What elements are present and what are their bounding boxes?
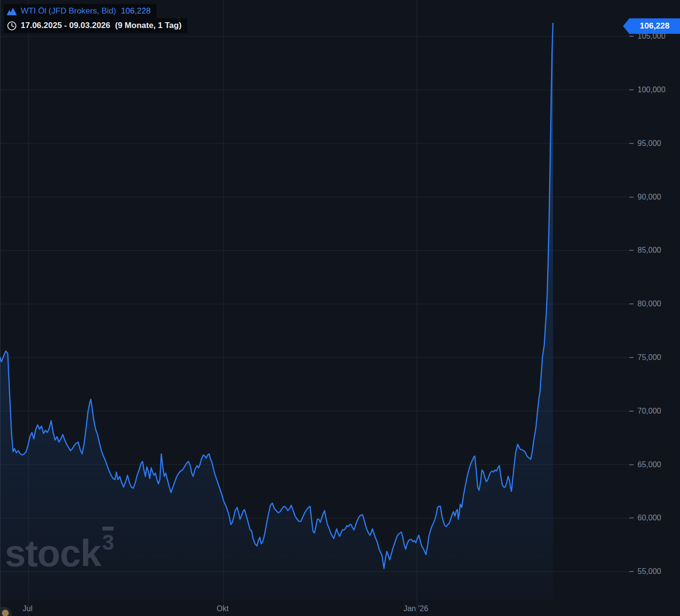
legend-range-row[interactable]: 17.06.2025 - 09.03.2026 (9 Monate, 1 Tag… <box>4 18 187 33</box>
y-axis-label: 60,000 <box>638 514 661 522</box>
watermark-sup: 3 <box>102 527 113 553</box>
y-axis-tick <box>629 250 634 251</box>
last-price-value: 106,228 <box>640 21 669 31</box>
y-axis-tick <box>629 36 634 37</box>
chart-legend: WTI Öl (JFD Brokers, Bid) 106,228 17.06.… <box>4 4 187 33</box>
instrument-title: WTI Öl (JFD Brokers, Bid) <box>21 6 116 16</box>
y-axis-label: 100,000 <box>638 86 666 94</box>
price-chart-canvas[interactable] <box>0 0 680 616</box>
y-axis-label: 90,000 <box>638 193 661 201</box>
last-price-badge: 106,228 <box>629 18 680 34</box>
date-range: 17.06.2025 - 09.03.2026 <box>21 21 110 30</box>
corner-button-dot-icon <box>2 610 9 616</box>
y-axis-tick <box>629 464 634 465</box>
y-axis-label: 55,000 <box>638 567 661 576</box>
y-axis-label: 70,000 <box>638 407 661 415</box>
y-axis-label: 65,000 <box>638 460 661 469</box>
price-area-fill <box>0 23 553 601</box>
y-axis-tick <box>629 517 634 518</box>
watermark-text: stock <box>5 532 101 574</box>
area-chart-icon <box>7 7 17 15</box>
y-axis-tick <box>629 411 634 412</box>
y-axis-tick <box>629 143 634 144</box>
y-axis-label: 75,000 <box>638 353 661 362</box>
x-axis-label: Jul <box>23 604 32 613</box>
stock3-watermark: stock3 <box>5 534 113 572</box>
instrument-last-value: 106,228 <box>121 6 150 16</box>
y-axis-tick <box>629 89 634 90</box>
y-axis-label: 95,000 <box>638 139 661 148</box>
price-axis-line <box>0 0 0 616</box>
date-range-duration: (9 Monate, 1 Tag) <box>115 21 182 30</box>
legend-symbol-row[interactable]: WTI Öl (JFD Brokers, Bid) 106,228 <box>4 4 156 18</box>
x-axis-label: Okt <box>217 604 229 613</box>
y-axis-tick <box>629 571 634 572</box>
y-axis-tick <box>629 197 634 198</box>
y-axis-label: 85,000 <box>638 246 661 255</box>
chart-root: 105,000100,00095,00090,00085,00080,00075… <box>0 0 680 616</box>
clock-icon <box>7 21 17 31</box>
x-axis-label: Jan '26 <box>403 604 428 613</box>
y-axis-tick <box>629 357 634 358</box>
y-axis-tick <box>629 303 634 304</box>
y-axis-label: 80,000 <box>638 300 661 308</box>
